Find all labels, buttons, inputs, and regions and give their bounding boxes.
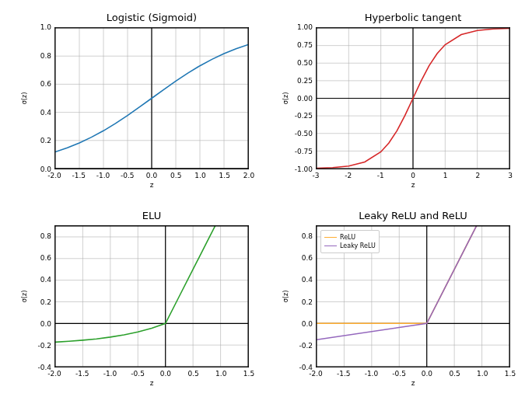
x-axis-label: z xyxy=(316,181,510,189)
chart-tanh: Hyperbolic tangentσ(z)z-3-2-10123-1.00-0… xyxy=(316,27,510,169)
x-tick-label: 1.5 xyxy=(243,370,254,378)
chart-title: Leaky ReLU and ReLU xyxy=(316,210,510,221)
y-tick-label: -0.4 xyxy=(289,364,313,371)
y-axis-label: σ(z) xyxy=(21,290,28,302)
y-tick-label: 0.4 xyxy=(28,276,51,284)
chart-title: ELU xyxy=(54,210,249,221)
y-tick-label: 1.00 xyxy=(289,23,313,31)
y-tick-label: 0.8 xyxy=(289,232,313,240)
legend-label: ReLU xyxy=(340,233,355,242)
x-tick-label: -2 xyxy=(345,172,352,179)
y-tick-label: 0.50 xyxy=(289,59,313,67)
plot-area xyxy=(316,27,510,169)
x-tick-label: -0.5 xyxy=(131,370,145,378)
x-axis-label: z xyxy=(316,379,510,387)
y-tick-label: 0.8 xyxy=(28,232,51,240)
y-tick-label: -0.25 xyxy=(289,112,313,120)
y-tick-label: 0.4 xyxy=(289,276,313,284)
x-tick-label: 0.0 xyxy=(146,172,157,179)
legend-entry: Leaky ReLU xyxy=(324,242,376,250)
plot-area xyxy=(54,27,249,169)
x-tick-label: 2.0 xyxy=(243,172,254,179)
chart-title: Hyperbolic tangent xyxy=(316,12,510,23)
y-tick-label: -1.00 xyxy=(289,165,313,173)
x-tick-label: -1.5 xyxy=(75,370,89,378)
x-tick-label: -1.0 xyxy=(103,370,117,378)
y-tick-label: 0.0 xyxy=(28,320,51,328)
x-axis-label: z xyxy=(54,181,249,189)
y-tick-label: 0.6 xyxy=(28,80,51,88)
x-tick-label: 0.5 xyxy=(187,370,198,378)
x-tick-label: 0.0 xyxy=(160,370,171,378)
legend: ReLULeaky ReLU xyxy=(320,230,380,253)
y-tick-label: -0.75 xyxy=(289,148,313,155)
x-tick-label: 1.0 xyxy=(215,370,226,378)
y-tick-label: -0.50 xyxy=(289,130,313,138)
y-tick-label: 0.75 xyxy=(289,41,313,49)
legend-entry: ReLU xyxy=(324,233,376,242)
x-tick-label: -0.5 xyxy=(121,172,135,179)
y-tick-label: 0.6 xyxy=(28,254,51,262)
x-tick-label: -1.0 xyxy=(365,370,379,378)
x-tick-label: 3 xyxy=(508,172,513,179)
y-tick-label: 0.00 xyxy=(289,95,313,103)
x-tick-label: 0.0 xyxy=(422,370,432,378)
x-tick-label: 2 xyxy=(475,172,480,179)
x-tick-label: -1.5 xyxy=(337,370,351,378)
x-tick-label: -1.5 xyxy=(72,172,86,179)
y-tick-label: 0.2 xyxy=(289,298,313,306)
x-tick-label: 1.5 xyxy=(505,370,516,378)
legend-label: Leaky ReLU xyxy=(340,242,376,250)
x-tick-label: 0 xyxy=(411,172,415,179)
x-tick-label: 1.0 xyxy=(477,370,488,378)
y-tick-label: -0.4 xyxy=(28,364,51,371)
x-tick-label: 1 xyxy=(443,172,448,179)
chart-sigmoid: Logistic (Sigmoid)σ(z)z-2.0-1.5-1.0-0.50… xyxy=(54,27,249,169)
y-tick-label: 0.2 xyxy=(28,137,51,145)
y-tick-label: 0.2 xyxy=(28,298,51,306)
y-axis-label: σ(z) xyxy=(21,92,28,104)
x-tick-label: 1.0 xyxy=(194,172,205,179)
y-tick-label: -0.2 xyxy=(289,342,313,350)
x-tick-label: -3 xyxy=(313,172,320,179)
y-tick-label: 0.8 xyxy=(28,52,51,60)
y-tick-label: -0.2 xyxy=(28,342,51,350)
chart-relu: Leaky ReLU and ReLUσ(z)z-2.0-1.5-1.0-0.5… xyxy=(316,225,510,367)
chart-elu: ELUσ(z)z-2.0-1.5-1.0-0.50.00.51.01.5-0.4… xyxy=(54,225,249,367)
legend-swatch-icon xyxy=(324,246,337,246)
y-tick-label: 0.0 xyxy=(289,320,313,328)
plot-area xyxy=(54,225,249,367)
legend-swatch-icon xyxy=(324,237,337,238)
y-tick-label: 0.6 xyxy=(289,254,313,262)
x-tick-label: -1 xyxy=(377,172,384,179)
x-tick-label: -1.0 xyxy=(96,172,110,179)
x-tick-label: 0.5 xyxy=(449,370,460,378)
y-axis-label: σ(z) xyxy=(282,92,289,104)
y-tick-label: 0.25 xyxy=(289,77,313,85)
chart-title: Logistic (Sigmoid) xyxy=(54,12,249,23)
y-tick-label: 0.4 xyxy=(28,109,51,117)
x-tick-label: 1.5 xyxy=(219,172,230,179)
x-tick-label: -0.5 xyxy=(392,370,406,378)
x-tick-label: 0.5 xyxy=(170,172,181,179)
y-axis-label: σ(z) xyxy=(282,290,289,302)
y-tick-label: 1.0 xyxy=(28,23,51,31)
svg-rect-57 xyxy=(55,226,248,367)
y-tick-label: 0.0 xyxy=(28,165,51,173)
x-axis-label: z xyxy=(54,379,249,387)
figure-canvas: Logistic (Sigmoid)σ(z)z-2.0-1.5-1.0-0.50… xyxy=(0,0,532,397)
